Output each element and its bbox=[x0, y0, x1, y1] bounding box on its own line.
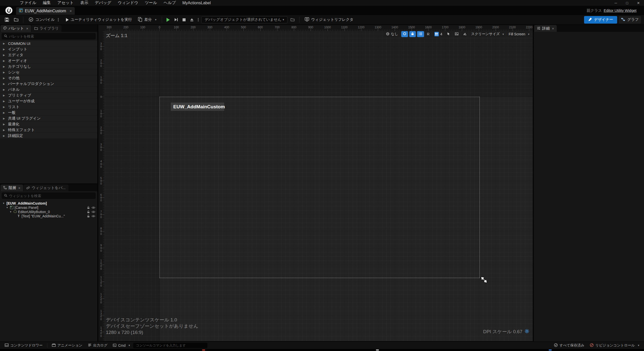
expand-arrow-icon[interactable]: ▶ bbox=[3, 54, 6, 56]
hierarchy-search-field[interactable] bbox=[2, 193, 96, 199]
menubar-item-デバッグ[interactable]: デバッグ bbox=[92, 0, 115, 6]
preview-background-button[interactable] bbox=[453, 31, 460, 37]
menubar-item-アセット[interactable]: アセット bbox=[54, 0, 77, 6]
palette-category-row[interactable]: ▶最適化 bbox=[0, 121, 97, 127]
expand-arrow-icon[interactable]: ▶ bbox=[3, 88, 6, 91]
graph-mode-button[interactable]: グラフ bbox=[619, 16, 641, 24]
expand-arrow-icon[interactable]: ▶ bbox=[3, 123, 6, 126]
tab-close-icon[interactable]: × bbox=[26, 27, 28, 31]
console-command-input[interactable] bbox=[133, 343, 207, 348]
save-button[interactable] bbox=[3, 16, 11, 24]
lock-viewport-button[interactable] bbox=[409, 31, 416, 37]
expand-arrow-icon[interactable]: ▼ bbox=[3, 202, 5, 205]
play-options-kebab-icon[interactable] bbox=[198, 19, 199, 20]
expand-arrow-icon[interactable]: ▶ bbox=[3, 117, 6, 120]
palette-category-row[interactable]: ▶特殊エフェクト bbox=[0, 127, 97, 133]
tab-close-icon[interactable]: × bbox=[70, 9, 72, 13]
tab-library[interactable]: ライブラリ bbox=[32, 25, 62, 32]
palette-category-row[interactable]: ▶エディタ bbox=[0, 52, 97, 58]
designer-mode-button[interactable]: デザイナー bbox=[584, 16, 617, 24]
palette-category-row[interactable]: ▶シンセ bbox=[0, 69, 97, 75]
preview-toggle-button[interactable] bbox=[401, 31, 408, 37]
save-status-button[interactable]: すべて保存済み bbox=[552, 342, 587, 348]
screen-size-dropdown[interactable]: スクリーンサイズ ▾ bbox=[469, 31, 506, 37]
expand-arrow-icon[interactable]: ▶ bbox=[3, 129, 6, 131]
canvas-panel-selection-outline[interactable]: EUW_AddMainCustom bbox=[159, 97, 480, 278]
browse-content-button[interactable] bbox=[12, 16, 20, 24]
hierarchy-row[interactable]: T[Text] "EUW_AddMainCu..." bbox=[0, 214, 97, 218]
flip-preview-button[interactable] bbox=[461, 31, 468, 37]
animation-button[interactable]: アニメーション bbox=[50, 342, 85, 348]
palette-category-row[interactable]: ▶インプット bbox=[0, 46, 97, 52]
palette-category-row[interactable]: ▶カテゴリなし bbox=[0, 64, 97, 69]
expand-arrow-icon[interactable]: ▶ bbox=[3, 82, 6, 85]
menubar-item-ヘルプ[interactable]: ヘルプ bbox=[160, 0, 179, 6]
widget-reflector-button[interactable]: ウィジェットリフレクタ bbox=[302, 16, 356, 24]
tab-euw-addmaincustom[interactable]: EUW_AddMainCustom × bbox=[16, 7, 75, 15]
select-tool-button[interactable] bbox=[445, 31, 452, 37]
menubar-item-ウィンドウ[interactable]: ウィンドウ bbox=[115, 0, 142, 6]
tab-details[interactable]: 詳細 × bbox=[534, 25, 557, 32]
expand-arrow-icon[interactable]: ▼ bbox=[6, 206, 9, 209]
palette-category-row[interactable]: ▶その他 bbox=[0, 75, 97, 81]
palette-category-row[interactable]: ▶パネル bbox=[0, 87, 97, 92]
grid-snap-button[interactable]: 4 bbox=[433, 31, 444, 37]
tab-close-icon[interactable]: × bbox=[18, 186, 20, 190]
minimize-button[interactable]: ─ bbox=[610, 0, 621, 6]
expand-arrow-icon[interactable]: ▶ bbox=[3, 111, 6, 114]
palette-category-row[interactable]: ▶ユーザーが作成 bbox=[0, 98, 97, 104]
frame-skip-button[interactable] bbox=[173, 16, 180, 24]
maximize-button[interactable]: □ bbox=[621, 0, 633, 6]
unreal-logo-icon[interactable] bbox=[5, 7, 13, 14]
lock-open-icon[interactable] bbox=[87, 206, 90, 209]
play-button[interactable] bbox=[165, 16, 171, 24]
expand-arrow-icon[interactable]: ▶ bbox=[3, 100, 6, 103]
menubar-item-ツール[interactable]: ツール bbox=[141, 0, 160, 6]
tab-bind-widgets[interactable]: ウィジェットをバ... bbox=[24, 185, 68, 191]
outline-mode-button[interactable] bbox=[417, 31, 424, 37]
expand-arrow-icon[interactable]: ▶ bbox=[3, 106, 6, 108]
debug-object-dropdown[interactable]: デバッグオブジェクトが選択されていません ▾ bbox=[201, 16, 287, 23]
expand-arrow-icon[interactable]: ▶ bbox=[3, 59, 6, 62]
expand-arrow-icon[interactable]: ▼ bbox=[10, 211, 12, 213]
palette-category-row[interactable]: ▶詳細設定 bbox=[0, 133, 97, 138]
palette-category-row[interactable]: ▶オーディオ bbox=[0, 58, 97, 63]
palette-category-row[interactable]: ▶COMMON UI bbox=[0, 41, 97, 46]
designer-viewport[interactable]: 3002001000100200300400500600700800900100… bbox=[98, 25, 533, 341]
palette-category-row[interactable]: ▶バーチャルプロダクション bbox=[0, 81, 97, 86]
editor-utility-button-widget[interactable]: EUW_AddMainCustom bbox=[171, 103, 224, 111]
fill-screen-dropdown[interactable]: Fill Screen ▾ bbox=[507, 31, 531, 37]
compile-options-icon[interactable] bbox=[58, 19, 59, 20]
tab-close-icon[interactable]: × bbox=[552, 27, 554, 31]
expand-arrow-icon[interactable]: ▶ bbox=[3, 71, 6, 74]
run-utility-widget-button[interactable]: ユーティリティウィジェットを実行 bbox=[64, 16, 134, 24]
palette-category-row[interactable]: ▶共通 UI プラグイン bbox=[0, 116, 97, 121]
dpi-settings-gear-icon[interactable] bbox=[525, 329, 529, 335]
hierarchy-row[interactable]: ▼[Canvas Panel] bbox=[0, 205, 97, 210]
parent-class-link[interactable]: Editor Utility Widget bbox=[604, 8, 636, 13]
palette-category-row[interactable]: ▶リスト bbox=[0, 104, 97, 110]
menubar-item-ファイル[interactable]: ファイル bbox=[17, 0, 40, 6]
expand-arrow-icon[interactable]: ▶ bbox=[3, 42, 6, 45]
visibility-eye-icon[interactable] bbox=[92, 215, 95, 217]
expand-arrow-icon[interactable]: ▶ bbox=[3, 65, 6, 68]
visibility-eye-icon[interactable] bbox=[92, 206, 95, 209]
palette-category-row[interactable]: ▶一般 bbox=[0, 110, 97, 115]
diff-button[interactable]: 差分 ▾ bbox=[136, 16, 159, 24]
design-grid[interactable]: EUW_AddMainCustom bbox=[104, 31, 533, 341]
revision-control-dropdown[interactable]: リビジョンコントロール ▾ bbox=[588, 342, 641, 348]
compile-button[interactable]: コンパイル bbox=[26, 16, 62, 24]
expand-arrow-icon[interactable]: ▶ bbox=[3, 134, 6, 137]
content-drawer-button[interactable]: コンテンツドロワー bbox=[3, 342, 45, 348]
visibility-eye-icon[interactable] bbox=[92, 211, 95, 213]
cmd-dropdown[interactable]: Cmd ▾ bbox=[111, 342, 132, 348]
expand-arrow-icon[interactable]: ▶ bbox=[3, 48, 6, 51]
expand-arrow-icon[interactable]: ▶ bbox=[3, 94, 6, 97]
close-button[interactable]: ✕ bbox=[633, 0, 644, 6]
respect-locks-button[interactable]: R bbox=[425, 31, 431, 37]
tab-palette[interactable]: パレット × bbox=[1, 25, 31, 32]
menubar-item-表示[interactable]: 表示 bbox=[77, 0, 92, 6]
hierarchy-search-input[interactable] bbox=[9, 194, 93, 198]
menubar-item-MyActionsLabel[interactable]: MyActionsLabel bbox=[179, 0, 214, 6]
palette-search-input[interactable] bbox=[9, 34, 93, 38]
